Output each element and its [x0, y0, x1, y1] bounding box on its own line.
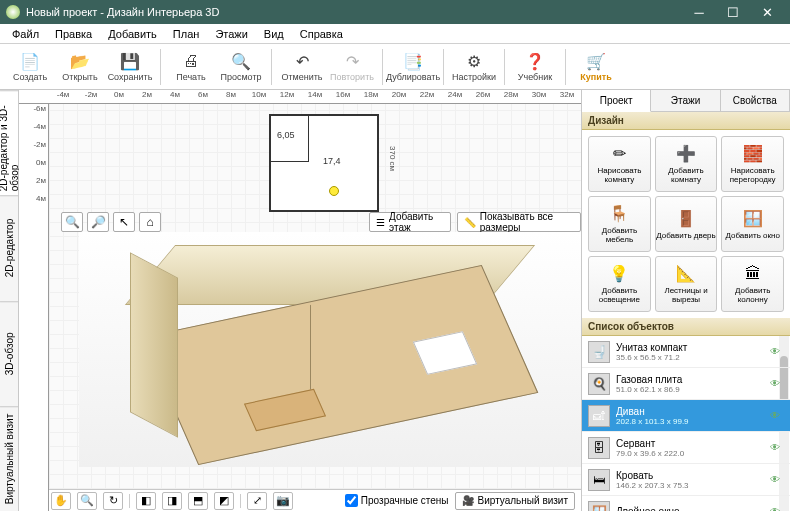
- room-area-1: 6,05: [277, 130, 295, 140]
- ruler-horizontal: -4м-2м0м2м4м6м8м10м12м14м16м18м20м22м24м…: [19, 90, 581, 104]
- zoom-in-button[interactable]: 🔍: [61, 212, 83, 232]
- object-thumbnail: 🪟: [588, 501, 610, 512]
- visibility-toggle[interactable]: 👁: [770, 442, 784, 453]
- panel-tab-Этажи[interactable]: Этажи: [651, 90, 720, 111]
- save-button[interactable]: 💾Сохранить: [106, 46, 154, 88]
- menu-справка[interactable]: Справка: [292, 26, 351, 42]
- object-name: Унитаз компакт: [616, 342, 764, 353]
- menu-правка[interactable]: Правка: [47, 26, 100, 42]
- add-column-button[interactable]: 🏛Добавить колонну: [721, 256, 784, 312]
- dimension-label: 370 см: [388, 146, 397, 171]
- cursor-button[interactable]: ↖: [113, 212, 135, 232]
- position-marker[interactable]: [329, 186, 339, 196]
- save-button-icon: 💾: [120, 51, 140, 71]
- object-dimensions: 51.0 x 62.1 x 86.9: [616, 385, 764, 394]
- panel-tab-Свойства[interactable]: Свойства: [721, 90, 790, 111]
- visibility-toggle[interactable]: 👁: [770, 474, 784, 485]
- toolbar-separator: [443, 49, 444, 85]
- help-button-icon: ❓: [525, 51, 545, 71]
- menu-этажи[interactable]: Этажи: [207, 26, 255, 42]
- new-button[interactable]: 📄Создать: [6, 46, 54, 88]
- side-tab-1[interactable]: 2D-редактор: [0, 195, 18, 300]
- show-dimensions-button[interactable]: 📏Показывать все размеры: [457, 212, 581, 232]
- help-button[interactable]: ❓Учебник: [511, 46, 559, 88]
- object-row[interactable]: 🚽Унитаз компакт35.6 x 56.5 x 71.2👁: [582, 336, 790, 368]
- view-front[interactable]: ◧: [136, 492, 156, 510]
- viewport-2d[interactable]: 6,05 17,4 370 см 🔍 🔎 ↖ ⌂ ☰Добавить этаж …: [49, 104, 581, 489]
- object-row[interactable]: 🛋Диван202.8 x 101.3 x 99.9👁: [582, 400, 790, 432]
- draw-wall-button[interactable]: 🧱Нарисовать перегородку: [721, 136, 784, 192]
- add-furniture-button[interactable]: 🪑Добавить мебель: [588, 196, 651, 252]
- rotate-button[interactable]: ↻: [103, 492, 123, 510]
- object-name: Двойное окно: [616, 506, 764, 511]
- object-dimensions: 146.2 x 207.3 x 75.3: [616, 481, 764, 490]
- transparent-walls-checkbox[interactable]: Прозрачные стены: [345, 494, 449, 507]
- object-name: Газовая плита: [616, 374, 764, 385]
- add-column-icon: 🏛: [742, 263, 764, 285]
- side-tab-2[interactable]: 3D-обзор: [0, 301, 18, 406]
- print-button[interactable]: 🖨Печать: [167, 46, 215, 88]
- object-dimensions: 35.6 x 56.5 x 71.2: [616, 353, 764, 362]
- zoom-out-button[interactable]: 🔎: [87, 212, 109, 232]
- preview-button[interactable]: 🔍Просмотр: [217, 46, 265, 88]
- object-thumbnail: 🗄: [588, 437, 610, 459]
- add-floor-button[interactable]: ☰Добавить этаж: [369, 212, 451, 232]
- toolbar-separator: [504, 49, 505, 85]
- draw-room-button[interactable]: ✏Нарисовать комнату: [588, 136, 651, 192]
- settings-button[interactable]: ⚙Настройки: [450, 46, 498, 88]
- pan-button[interactable]: ✋: [51, 492, 71, 510]
- undo-button[interactable]: ↶Отменить: [278, 46, 326, 88]
- fit-button[interactable]: ⤢: [247, 492, 267, 510]
- object-dimensions: 79.0 x 39.6 x 222.0: [616, 449, 764, 458]
- add-door-button[interactable]: 🚪Добавить дверь: [655, 196, 718, 252]
- home-button[interactable]: ⌂: [139, 212, 161, 232]
- minimize-button[interactable]: ─: [682, 0, 716, 24]
- floor-plan[interactable]: 6,05 17,4 370 см: [269, 114, 379, 212]
- toolbar-separator: [565, 49, 566, 85]
- panel-tab-Проект[interactable]: Проект: [582, 90, 651, 112]
- stairs-button[interactable]: 📐Лестницы и вырезы: [655, 256, 718, 312]
- app-icon: [6, 5, 20, 19]
- virtual-visit-button[interactable]: 🎥Виртуальный визит: [455, 492, 576, 510]
- object-name: Сервант: [616, 438, 764, 449]
- menu-файл[interactable]: Файл: [4, 26, 47, 42]
- visibility-toggle[interactable]: 👁: [770, 378, 784, 389]
- object-row[interactable]: 🛏Кровать146.2 x 207.3 x 75.3👁: [582, 464, 790, 496]
- object-row[interactable]: 🗄Сервант79.0 x 39.6 x 222.0👁: [582, 432, 790, 464]
- close-button[interactable]: ✕: [750, 0, 784, 24]
- menu-добавить[interactable]: Добавить: [100, 26, 165, 42]
- view-side[interactable]: ◨: [162, 492, 182, 510]
- visibility-toggle[interactable]: 👁: [770, 346, 784, 357]
- buy-button[interactable]: 🛒Купить: [572, 46, 620, 88]
- zoom-button[interactable]: 🔍: [77, 492, 97, 510]
- object-row[interactable]: 🍳Газовая плита51.0 x 62.1 x 86.9👁: [582, 368, 790, 400]
- add-room-icon: ➕: [675, 143, 697, 165]
- side-tab-3[interactable]: Виртуальный визит: [0, 406, 18, 511]
- visibility-toggle[interactable]: 👁: [770, 410, 784, 421]
- visibility-toggle[interactable]: 👁: [770, 506, 784, 511]
- add-window-icon: 🪟: [742, 208, 764, 230]
- object-row[interactable]: 🪟Двойное окно👁: [582, 496, 790, 511]
- ruler-icon: 📏: [464, 217, 476, 228]
- toolbar-separator: [382, 49, 383, 85]
- add-window-button[interactable]: 🪟Добавить окно: [721, 196, 784, 252]
- object-thumbnail: 🛋: [588, 405, 610, 427]
- duplicate-button[interactable]: 📑Дублировать: [389, 46, 437, 88]
- window-title: Новый проект - Дизайн Интерьера 3D: [26, 6, 682, 18]
- menu-план[interactable]: План: [165, 26, 208, 42]
- camera-icon: 🎥: [462, 495, 474, 506]
- snapshot-button[interactable]: 📷: [273, 492, 293, 510]
- viewport-3d[interactable]: [79, 232, 581, 467]
- room-area-2: 17,4: [323, 156, 341, 166]
- menu-вид[interactable]: Вид: [256, 26, 292, 42]
- view-iso[interactable]: ◩: [214, 492, 234, 510]
- add-light-button[interactable]: 💡Добавить освещение: [588, 256, 651, 312]
- settings-button-icon: ⚙: [464, 51, 484, 71]
- open-button[interactable]: 📂Открыть: [56, 46, 104, 88]
- add-room-button[interactable]: ➕Добавить комнату: [655, 136, 718, 192]
- side-tab-0[interactable]: 2D-редактор и 3D-обзор: [0, 90, 18, 195]
- open-button-icon: 📂: [70, 51, 90, 71]
- view-top[interactable]: ⬒: [188, 492, 208, 510]
- object-thumbnail: 🛏: [588, 469, 610, 491]
- maximize-button[interactable]: ☐: [716, 0, 750, 24]
